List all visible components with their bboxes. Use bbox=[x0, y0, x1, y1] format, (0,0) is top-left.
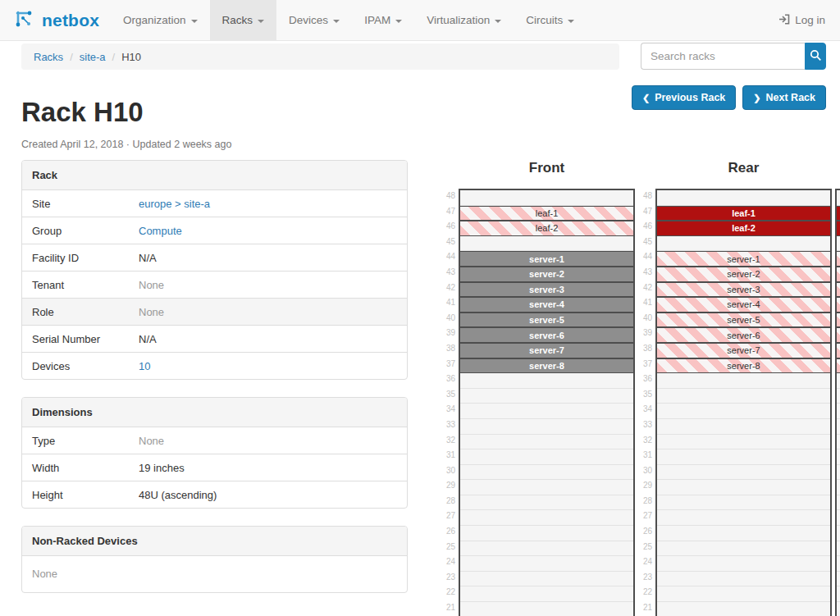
rack-device-server-8[interactable]: server-8 bbox=[657, 358, 830, 374]
rack-device-server-1[interactable]: server-1 bbox=[837, 251, 840, 267]
attr-row-type: TypeNone bbox=[22, 427, 407, 454]
rack-device-server-2[interactable]: server-2 bbox=[657, 267, 830, 282]
dimensions-panel-body: TypeNoneWidth19 inchesHeight48U (ascendi… bbox=[22, 427, 407, 508]
created-updated-meta: Created April 12, 2018 · Updated 2 weeks… bbox=[21, 139, 231, 150]
rack-device-server-2[interactable]: server-2 bbox=[837, 267, 840, 282]
rack-unit-empty bbox=[460, 586, 633, 602]
breadcrumb-separator: / bbox=[112, 51, 116, 63]
attr-value[interactable]: Compute bbox=[139, 225, 182, 237]
unit-number: 21 bbox=[445, 600, 459, 616]
unit-number: 25 bbox=[445, 540, 459, 555]
rack-device-server-4[interactable]: server-4 bbox=[657, 297, 830, 313]
rack-device-server-3[interactable]: server-3 bbox=[657, 282, 830, 298]
rack-device-leaf-1[interactable]: leaf-1 bbox=[460, 206, 633, 221]
search-button[interactable] bbox=[805, 43, 826, 70]
rack-unit-empty bbox=[460, 373, 633, 389]
rack-device-server-3[interactable]: server-3 bbox=[460, 282, 633, 298]
attr-value[interactable]: 10 bbox=[139, 360, 150, 372]
attr-label: Site bbox=[22, 190, 129, 217]
rack-unit-empty bbox=[657, 510, 830, 526]
navbar: netbox OrganizationRacksDevicesIPAMVirtu… bbox=[0, 0, 840, 41]
rack-device-server-7[interactable]: server-7 bbox=[657, 343, 830, 358]
attr-label: Width bbox=[22, 454, 129, 481]
search-input[interactable] bbox=[641, 43, 805, 70]
chevron-down-icon bbox=[333, 20, 340, 23]
unit-number: 37 bbox=[445, 357, 459, 372]
brand-link[interactable]: netbox bbox=[0, 0, 111, 40]
unit-number: 22 bbox=[445, 585, 459, 600]
unit-number: 28 bbox=[642, 494, 655, 509]
rack-device-server-6[interactable]: server-6 bbox=[837, 327, 840, 343]
rack-device-server-7[interactable]: server-7 bbox=[460, 343, 633, 358]
rack-unit-empty bbox=[657, 586, 830, 602]
nav-item-label: Organization bbox=[123, 14, 186, 26]
unit-number: 37 bbox=[642, 357, 655, 372]
nav-item-virtualization[interactable]: Virtualization bbox=[414, 0, 514, 40]
rack-device-leaf-2[interactable]: leaf-2 bbox=[837, 221, 840, 236]
chevron-down-icon bbox=[495, 20, 501, 23]
nav-item-label: Virtualization bbox=[427, 14, 490, 26]
rack-unit-empty bbox=[837, 419, 840, 435]
rack-unit-empty bbox=[657, 404, 830, 419]
rack-unit-empty bbox=[657, 541, 830, 557]
nav-item-label: Circuits bbox=[526, 14, 563, 26]
clipped-rack-elevation: leaf-1leaf-2server-1server-2server-3serv… bbox=[835, 189, 840, 616]
chevron-down-icon bbox=[568, 20, 574, 23]
rack-device-server-8[interactable]: server-8 bbox=[837, 358, 840, 374]
rack-unit-empty bbox=[837, 510, 840, 526]
rack-unit-empty bbox=[657, 190, 830, 206]
breadcrumb-link-racks[interactable]: Racks bbox=[34, 51, 63, 63]
breadcrumb-current: H10 bbox=[121, 51, 141, 63]
unit-number: 46 bbox=[642, 219, 655, 235]
unit-number: 38 bbox=[642, 341, 655, 357]
chevron-left-icon: ❮ bbox=[642, 94, 650, 103]
rack-device-leaf-2[interactable]: leaf-2 bbox=[460, 221, 633, 236]
unit-number: 40 bbox=[642, 311, 655, 326]
rack-device-server-6[interactable]: server-6 bbox=[460, 327, 633, 343]
rack-unit-empty bbox=[657, 465, 830, 481]
login-link[interactable]: Log in bbox=[764, 0, 840, 40]
rack-device-server-6[interactable]: server-6 bbox=[657, 327, 830, 343]
rack-unit-empty bbox=[460, 480, 633, 495]
rack-device-leaf-1[interactable]: leaf-1 bbox=[837, 206, 840, 221]
nav-item-label: Racks bbox=[222, 14, 253, 26]
attr-label: Role bbox=[22, 299, 129, 326]
rack-device-server-1[interactable]: server-1 bbox=[657, 251, 830, 267]
previous-rack-button[interactable]: ❮ Previous Rack bbox=[632, 85, 736, 110]
dimensions-attr-table: TypeNoneWidth19 inchesHeight48U (ascendi… bbox=[22, 427, 407, 508]
unit-number: 45 bbox=[642, 235, 655, 250]
previous-rack-label: Previous Rack bbox=[655, 92, 725, 103]
rack-device-server-7[interactable]: server-7 bbox=[837, 343, 840, 358]
rack-device-server-5[interactable]: server-5 bbox=[460, 313, 633, 328]
attr-value[interactable]: europe > site-a bbox=[139, 198, 210, 210]
rack-device-leaf-1[interactable]: leaf-1 bbox=[657, 206, 830, 221]
rack-device-server-5[interactable]: server-5 bbox=[837, 313, 840, 328]
attr-row-devices: Devices10 bbox=[22, 353, 407, 380]
next-rack-button[interactable]: ❯ Next Rack bbox=[742, 85, 826, 110]
unit-number: 32 bbox=[445, 433, 459, 449]
rack-device-server-8[interactable]: server-8 bbox=[460, 358, 633, 374]
page-title: Rack H10 bbox=[21, 97, 144, 128]
nav-item-devices[interactable]: Devices bbox=[276, 0, 352, 40]
rack-device-server-3[interactable]: server-3 bbox=[837, 282, 840, 298]
rack-device-server-2[interactable]: server-2 bbox=[460, 267, 633, 282]
breadcrumb-link-site-a[interactable]: site-a bbox=[80, 51, 106, 63]
rack-unit-empty bbox=[460, 404, 633, 419]
nav-item-racks[interactable]: Racks bbox=[210, 0, 277, 40]
unit-number: 48 bbox=[642, 189, 655, 204]
rack-device-server-5[interactable]: server-5 bbox=[657, 313, 830, 328]
nav-item-organization[interactable]: Organization bbox=[111, 0, 210, 40]
rack-device-leaf-2[interactable]: leaf-2 bbox=[657, 221, 830, 236]
unit-number: 33 bbox=[445, 418, 459, 433]
nav-item-ipam[interactable]: IPAM bbox=[352, 0, 414, 40]
rack-detail-page: netbox OrganizationRacksDevicesIPAMVirtu… bbox=[0, 0, 840, 616]
unit-number: 29 bbox=[445, 478, 459, 494]
rack-unit-empty bbox=[837, 190, 840, 206]
rack-unit-empty bbox=[460, 510, 633, 526]
rack-device-server-4[interactable]: server-4 bbox=[460, 297, 633, 313]
rack-device-server-4[interactable]: server-4 bbox=[837, 297, 840, 313]
rack-unit-empty bbox=[657, 480, 830, 495]
rack-device-server-1[interactable]: server-1 bbox=[460, 251, 633, 267]
rack-unit-empty bbox=[460, 541, 633, 557]
nav-item-circuits[interactable]: Circuits bbox=[514, 0, 587, 40]
